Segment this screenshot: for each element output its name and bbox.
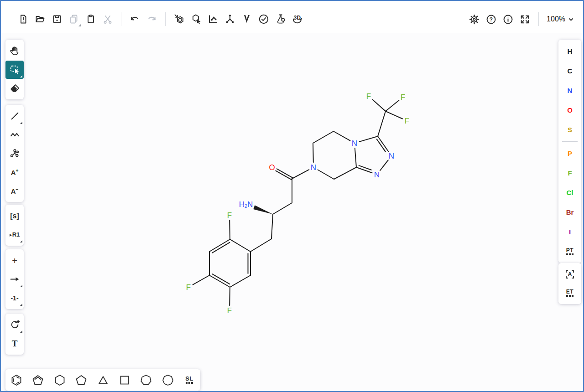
text-tool[interactable]: T: [5, 335, 24, 353]
fullscreen-icon: [519, 14, 531, 25]
template-cyclooctane[interactable]: [159, 371, 177, 389]
left-panel-bond-group: A+ A−: [5, 105, 24, 202]
rotate-plus-icon: [9, 319, 21, 330]
extended-table-button[interactable]: ET: [561, 284, 579, 302]
template-cyclopentadiene[interactable]: [29, 371, 47, 389]
erase-tool[interactable]: [5, 79, 24, 98]
stereo-wedge-icon: [241, 13, 253, 25]
folder-open-icon: [35, 14, 46, 25]
layout-button[interactable]: [204, 11, 221, 28]
template-cyclopentane[interactable]: [72, 371, 90, 389]
benzene-icon: [10, 374, 22, 386]
reaction-arrow-tool[interactable]: [5, 270, 24, 289]
rotate-dropdown-arrow[interactable]: [20, 330, 22, 333]
element-divider: [562, 141, 578, 142]
bond-single-tool[interactable]: [5, 107, 24, 125]
help-icon: ?: [485, 14, 497, 25]
template-cyclohexane[interactable]: [51, 371, 69, 389]
select-rectangle-tool[interactable]: [5, 61, 24, 79]
about-button[interactable]: [500, 11, 516, 28]
paste-button[interactable]: [82, 11, 99, 28]
element-p-button[interactable]: P: [561, 144, 579, 163]
reaction-arrow-dropdown-arrow[interactable]: [20, 285, 22, 287]
save-icon: [52, 14, 63, 25]
element-f-button[interactable]: F: [561, 164, 579, 183]
template-cycloheptane[interactable]: [137, 371, 155, 389]
periodic-table-icon: PT: [566, 248, 574, 256]
r-group-tool[interactable]: R1: [5, 226, 24, 244]
open-button[interactable]: [31, 11, 48, 28]
left-panel-select-group: [5, 40, 24, 99]
element-o-button[interactable]: O: [561, 101, 579, 120]
element-c-button[interactable]: C: [561, 62, 579, 81]
redo-button[interactable]: [143, 11, 160, 28]
clear-canvas-button[interactable]: [15, 11, 31, 28]
charge-plus-tool[interactable]: A+: [5, 163, 24, 181]
scissors-icon: [102, 14, 113, 25]
copy-dropdown-arrow[interactable]: [78, 24, 81, 26]
save-button[interactable]: [48, 11, 65, 28]
toolbar-divider: [121, 12, 121, 26]
clean-up-button[interactable]: [221, 11, 238, 28]
element-br-button[interactable]: Br: [561, 203, 579, 222]
copy-icon: [68, 14, 79, 25]
zoom-control[interactable]: 100%: [544, 13, 577, 25]
element-symbol: I: [569, 228, 571, 236]
calculated-values-button[interactable]: [272, 11, 289, 28]
calculate-cip-button[interactable]: [238, 11, 255, 28]
select-tool-dropdown-arrow[interactable]: [20, 75, 22, 77]
dearomatize-button[interactable]: [188, 11, 204, 28]
cyclopentadiene-icon: [32, 374, 44, 386]
cyclobutane-icon: [119, 374, 130, 386]
3d-viewer-button[interactable]: 3D: [289, 11, 306, 28]
drawing-canvas[interactable]: [1, 34, 583, 391]
reaction-mapping-dropdown-arrow[interactable]: [20, 304, 22, 306]
reaction-mapping-tool[interactable]: -1-: [5, 289, 24, 307]
element-symbol: P: [568, 150, 572, 157]
element-symbol: S: [568, 126, 572, 134]
settings-button[interactable]: [466, 11, 483, 28]
paste-icon: [85, 14, 96, 25]
template-cyclobutane[interactable]: [115, 371, 134, 389]
template-benzene[interactable]: [7, 371, 26, 389]
info-icon: [502, 14, 514, 25]
bond-tool-dropdown-arrow[interactable]: [20, 122, 22, 124]
any-atom-button[interactable]: A: [561, 265, 579, 284]
periodic-table-button[interactable]: PT: [561, 242, 579, 261]
template-toolbar: SL: [5, 369, 200, 391]
cut-button[interactable]: [99, 11, 116, 28]
layout-icon: [207, 13, 219, 25]
template-cyclopropane[interactable]: [94, 371, 112, 389]
cycloheptane-icon: [140, 374, 152, 386]
hand-tool[interactable]: [5, 42, 24, 60]
s-group-tool[interactable]: [s]: [5, 207, 24, 225]
fullscreen-button[interactable]: [516, 11, 533, 28]
element-cl-button[interactable]: Cl: [561, 183, 579, 202]
rotate-tool[interactable]: [5, 316, 24, 334]
element-h-button[interactable]: H: [561, 42, 579, 61]
element-n-button[interactable]: N: [561, 81, 579, 100]
structure-library-button[interactable]: SL: [180, 371, 198, 389]
r-group-label: R1: [10, 232, 20, 237]
reaction-plus-tool[interactable]: +: [5, 252, 24, 270]
clean-up-icon: [224, 13, 236, 25]
element-i-button[interactable]: I: [561, 222, 579, 242]
chevron-down-icon: [568, 16, 574, 22]
charge-minus-tool[interactable]: A−: [5, 182, 24, 200]
chain-tool[interactable]: [5, 126, 24, 144]
copy-button[interactable]: [65, 11, 82, 28]
help-button[interactable]: ?: [483, 11, 500, 28]
r-group-dropdown-arrow[interactable]: [20, 240, 22, 242]
s-group-label: [s]: [10, 212, 19, 220]
single-bond-icon: [9, 110, 21, 122]
undo-button[interactable]: [126, 11, 143, 28]
gear-icon: [469, 14, 480, 25]
cyclooctane-icon: [162, 374, 174, 386]
stereochemistry-tool[interactable]: [5, 144, 24, 163]
aromatize-button[interactable]: [171, 11, 188, 28]
reaction-mapping-label: -1-: [10, 295, 18, 301]
element-s-button[interactable]: S: [561, 120, 579, 139]
right-panel-atom-tools: A ET: [558, 263, 581, 304]
element-symbol: Cl: [567, 189, 574, 196]
check-structure-button[interactable]: [255, 11, 272, 28]
